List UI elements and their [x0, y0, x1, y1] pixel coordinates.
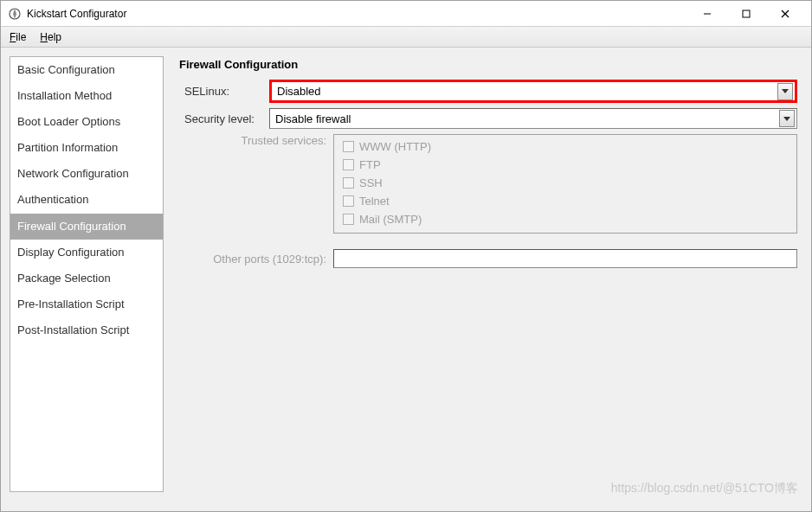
other-ports-row: Other ports (1029:tcp):	[179, 249, 797, 268]
sidebar: Basic Configuration Installation Method …	[10, 56, 164, 492]
service-item-telnet: Telnet	[343, 193, 788, 209]
menu-help[interactable]: Help	[36, 29, 65, 45]
sidebar-item-bootloader[interactable]: Boot Loader Options	[10, 109, 163, 135]
other-ports-label: Other ports (1029:tcp):	[179, 253, 333, 266]
service-label-mail: Mail (SMTP)	[359, 213, 422, 226]
sidebar-item-installation[interactable]: Installation Method	[10, 83, 163, 109]
service-checkbox-telnet[interactable]	[343, 195, 354, 207]
service-item-ssh: SSH	[343, 175, 788, 191]
window-controls	[687, 2, 804, 26]
main-panel: Firewall Configuration SELinux: Disabled…	[179, 56, 806, 506]
content-area: Basic Configuration Installation Method …	[1, 48, 811, 511]
sidebar-item-authentication[interactable]: Authentication	[10, 187, 163, 213]
sidebar-item-firewall[interactable]: Firewall Configuration	[10, 214, 163, 240]
minimize-button[interactable]	[687, 2, 726, 26]
security-level-label: Security level:	[179, 112, 269, 125]
svg-rect-2	[743, 10, 750, 17]
app-icon	[8, 7, 22, 21]
sidebar-item-partition[interactable]: Partition Information	[10, 135, 163, 161]
selinux-dropdown[interactable]: Disabled	[269, 80, 797, 103]
menubar: File Help	[1, 27, 811, 48]
sidebar-item-network[interactable]: Network Configuration	[10, 161, 163, 187]
trusted-services-box: WWW (HTTP) FTP SSH Telnet	[333, 134, 797, 234]
selinux-label: SELinux:	[179, 85, 269, 98]
sidebar-item-preinstall[interactable]: Pre-Installation Script	[10, 291, 163, 317]
application-window: Kickstart Configurator File Help Basic C…	[0, 0, 812, 512]
service-checkbox-mail[interactable]	[343, 214, 354, 225]
service-item-ftp: FTP	[343, 157, 788, 173]
selinux-value: Disabled	[277, 85, 321, 98]
sidebar-item-postinstall[interactable]: Post-Installation Script	[10, 317, 163, 343]
service-checkbox-ftp[interactable]	[343, 159, 354, 170]
service-label-ssh: SSH	[359, 176, 383, 189]
window-title: Kickstart Configurator	[27, 8, 687, 20]
titlebar: Kickstart Configurator	[1, 1, 811, 27]
sidebar-item-display[interactable]: Display Configuration	[10, 240, 163, 266]
other-ports-input[interactable]	[333, 249, 797, 268]
page-title: Firewall Configuration	[179, 58, 797, 71]
security-level-value: Disable firewall	[275, 112, 351, 125]
sidebar-item-package[interactable]: Package Selection	[10, 266, 163, 291]
trusted-services-row: Trusted services: WWW (HTTP) FTP SSH	[179, 134, 797, 234]
sidebar-item-basic[interactable]: Basic Configuration	[10, 57, 163, 83]
service-label-ftp: FTP	[359, 158, 381, 171]
service-label-www: WWW (HTTP)	[359, 140, 431, 153]
chevron-down-icon	[777, 83, 793, 100]
service-item-mail: Mail (SMTP)	[343, 211, 788, 227]
service-item-www: WWW (HTTP)	[343, 138, 788, 155]
trusted-services-label: Trusted services:	[179, 134, 333, 147]
service-checkbox-ssh[interactable]	[343, 177, 354, 189]
service-checkbox-www[interactable]	[343, 141, 354, 152]
close-button[interactable]	[765, 2, 804, 26]
maximize-button[interactable]	[726, 2, 765, 26]
security-level-row: Security level: Disable firewall	[179, 108, 797, 129]
selinux-row: SELinux: Disabled	[179, 80, 797, 103]
security-level-dropdown[interactable]: Disable firewall	[269, 108, 797, 129]
menu-file[interactable]: File	[6, 29, 29, 45]
chevron-down-icon	[779, 110, 795, 127]
service-label-telnet: Telnet	[359, 195, 390, 208]
